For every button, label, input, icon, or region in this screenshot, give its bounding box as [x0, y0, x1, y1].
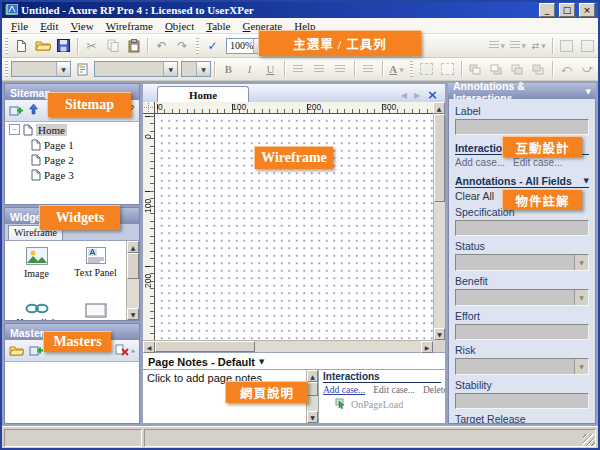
panel-overflow-button[interactable]: »: [131, 346, 135, 355]
toolbar-grip[interactable]: [196, 38, 199, 54]
add-case-link[interactable]: Add case...: [455, 157, 505, 168]
undo-button[interactable]: ↶: [152, 36, 171, 55]
edit-case-link[interactable]: Edit case...: [513, 157, 562, 168]
align-objects-center-button[interactable]: [578, 36, 597, 55]
tree-item-label[interactable]: Home: [36, 124, 67, 136]
tab-home[interactable]: Home: [157, 86, 249, 102]
menu-wireframe[interactable]: Wireframe: [100, 20, 159, 32]
all-fields-section-header[interactable]: Annotations - All Fields ▼: [455, 175, 589, 188]
widget-item-hyperlink[interactable]: Hyperlink: [7, 303, 66, 320]
scrollbar-thumb[interactable]: [127, 253, 139, 279]
tree-item-page2[interactable]: Page 2: [5, 152, 139, 167]
canvas-scroll-down-button[interactable]: ▼: [434, 328, 445, 340]
open-master-button[interactable]: [9, 344, 24, 358]
cut-button[interactable]: ✂: [82, 36, 101, 55]
scroll-down-button[interactable]: ▼: [127, 308, 139, 320]
collapse-expander-icon[interactable]: −: [9, 124, 20, 135]
title-bar[interactable]: Untitled - Axure RP Pro 4 : Licensed to …: [2, 2, 598, 18]
menu-table[interactable]: Table: [200, 20, 236, 32]
ungroup-button[interactable]: [438, 60, 457, 79]
scroll-up-button[interactable]: ▲: [127, 241, 139, 253]
underline-button[interactable]: U: [261, 60, 280, 79]
tree-item-home[interactable]: − Home: [5, 122, 139, 137]
scroll-up-button[interactable]: ▲: [307, 370, 318, 382]
tree-item-label[interactable]: Page 2: [44, 154, 74, 166]
tree-item-label[interactable]: Page 1: [44, 139, 74, 151]
widget-item-rectangle[interactable]: Rectangle: [66, 303, 125, 320]
scrollbar-thumb[interactable]: [155, 341, 255, 352]
risk-select[interactable]: ▼: [455, 358, 589, 375]
masters-list[interactable]: [5, 362, 139, 423]
widgets-scrollbar[interactable]: ▲ ▼: [126, 241, 139, 320]
open-button[interactable]: [33, 36, 52, 55]
toolbar-grip[interactable]: [410, 61, 413, 77]
align-objects-left-button[interactable]: [557, 36, 576, 55]
menu-file[interactable]: File: [5, 20, 34, 32]
status-select[interactable]: ▼: [455, 254, 589, 271]
border-style-button[interactable]: ▼: [487, 36, 506, 55]
widget-item-text-panel[interactable]: Text Panel: [66, 247, 125, 279]
resize-grip[interactable]: [583, 434, 595, 446]
align-text-left-button[interactable]: [289, 60, 308, 79]
canvas-scroll-up-button[interactable]: ▲: [433, 102, 445, 114]
widget-item-image[interactable]: Image: [7, 247, 66, 279]
font-color-button[interactable]: A▼: [387, 60, 406, 79]
scrollbar-thumb[interactable]: [307, 382, 318, 396]
effort-input[interactable]: [455, 324, 589, 340]
font-combobox[interactable]: ▼: [94, 61, 178, 77]
menu-edit[interactable]: Edit: [34, 20, 64, 32]
next-tab-button[interactable]: ▶: [414, 91, 420, 100]
redo-button[interactable]: ↷: [173, 36, 192, 55]
onpageload-event-row[interactable]: OnPageLoad: [335, 398, 441, 410]
stability-input[interactable]: [455, 393, 589, 409]
close-button[interactable]: ×: [579, 3, 595, 17]
group-button[interactable]: [417, 60, 436, 79]
tree-item-page3[interactable]: Page 3: [5, 167, 139, 182]
specification-input[interactable]: [455, 220, 589, 236]
bring-forward-button[interactable]: [508, 60, 527, 79]
spell-check-button[interactable]: ✓: [203, 36, 222, 55]
rotate-left-button[interactable]: ⤺: [557, 60, 576, 79]
dropdown-arrow-icon[interactable]: ▼: [574, 255, 588, 270]
bold-button[interactable]: B: [219, 60, 238, 79]
line-style-button[interactable]: ▼: [508, 36, 527, 55]
canvas-scroll-left-button[interactable]: ◀: [143, 341, 155, 353]
align-text-center-button[interactable]: [310, 60, 329, 79]
add-case-link[interactable]: Add case...: [323, 385, 365, 395]
tree-item-label[interactable]: Page 3: [44, 169, 74, 181]
previous-tab-button[interactable]: ◀: [401, 91, 407, 100]
benefit-select[interactable]: ▼: [455, 289, 589, 306]
rotate-right-button[interactable]: ⤻: [578, 60, 597, 79]
canvas-vertical-scrollbar[interactable]: ▼: [433, 114, 445, 340]
dropdown-arrow-icon[interactable]: ▼: [574, 290, 588, 305]
save-button[interactable]: [54, 36, 73, 55]
add-page-button[interactable]: [9, 104, 24, 118]
page-notes-title[interactable]: Page Notes - Default: [148, 356, 255, 368]
maximize-button[interactable]: □: [559, 3, 575, 17]
edit-case-link[interactable]: Edit case...: [373, 385, 415, 395]
tree-item-page1[interactable]: Page 1: [5, 137, 139, 152]
toolbar-grip[interactable]: [5, 61, 8, 77]
delete-master-button[interactable]: [115, 344, 129, 358]
scroll-down-button[interactable]: ▼: [307, 411, 318, 423]
inspector-caret-icon[interactable]: ▼: [586, 88, 591, 96]
send-to-back-button[interactable]: [487, 60, 506, 79]
canvas-horizontal-scrollbar[interactable]: ◀ ▶: [143, 340, 433, 352]
scrollbar-thumb[interactable]: [434, 114, 445, 202]
menu-object[interactable]: Object: [159, 20, 200, 32]
label-field-input[interactable]: [455, 119, 589, 135]
delete-case-link[interactable]: Delete case...: [423, 385, 445, 395]
toolbar-grip[interactable]: [5, 38, 8, 54]
close-tab-button[interactable]: ×: [427, 90, 438, 100]
minimize-button[interactable]: _: [539, 3, 555, 17]
dropdown-arrow-icon[interactable]: ▼: [574, 359, 588, 374]
font-size-combobox[interactable]: ▼: [181, 61, 211, 77]
bring-to-front-button[interactable]: [466, 60, 485, 79]
new-button[interactable]: [12, 36, 31, 55]
bullet-list-button[interactable]: [359, 60, 378, 79]
menu-view[interactable]: View: [64, 20, 99, 32]
italic-button[interactable]: I: [240, 60, 259, 79]
inspector-header[interactable]: Annotations & Interactions ▼: [448, 83, 596, 99]
all-fields-caret-icon[interactable]: ▼: [584, 177, 589, 185]
style-combobox[interactable]: ▼: [11, 61, 71, 77]
